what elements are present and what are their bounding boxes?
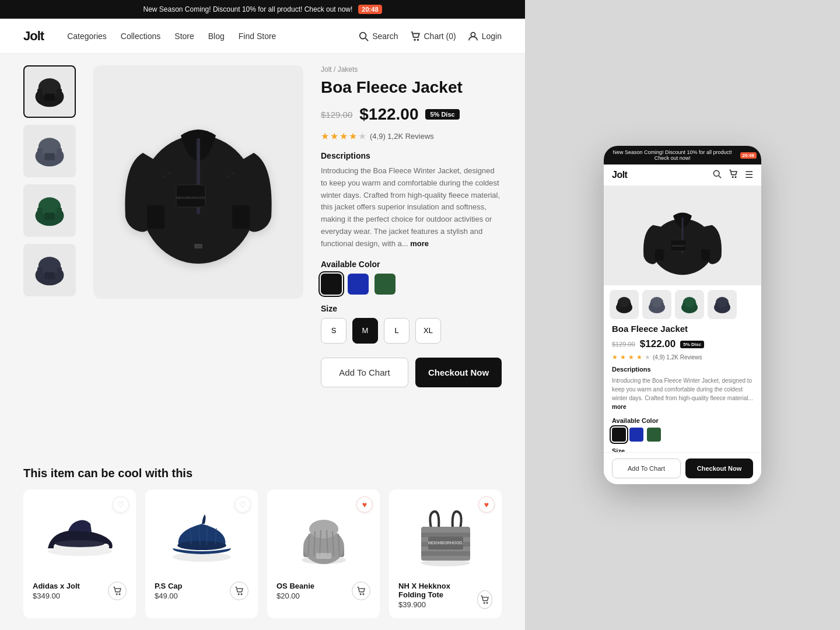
size-s[interactable]: S — [321, 318, 346, 344]
mobile-color-0[interactable] — [612, 428, 626, 442]
mobile-star-5: ★ — [645, 354, 650, 361]
mobile-more-link[interactable]: more — [612, 404, 626, 410]
svg-rect-83 — [617, 303, 620, 309]
description-text: Introducing the Boa Fleece Winter Jacket… — [321, 165, 502, 250]
login-button[interactable]: Login — [468, 31, 502, 41]
mobile-jacket-svg: NEIGHBORHOOD — [636, 191, 729, 281]
svg-point-2 — [414, 39, 415, 40]
size-m[interactable]: M — [352, 318, 378, 344]
checkout-button[interactable]: Checkout Now — [415, 358, 502, 387]
svg-point-32 — [163, 176, 164, 177]
heart-btn-0[interactable]: ♡ — [113, 496, 129, 513]
cart-icon-1 — [235, 586, 244, 596]
nav-find-store[interactable]: Find Store — [239, 32, 276, 41]
related-grid: ♡ Adidas x Jolt $349.00 — [23, 489, 502, 618]
svg-line-72 — [719, 176, 721, 178]
search-button[interactable]: Search — [358, 31, 398, 41]
cart-icon-3 — [480, 595, 489, 604]
tote-svg: NEIGHBORHOOD. — [411, 505, 481, 569]
mobile-thumb-4[interactable] — [708, 290, 737, 319]
cart-btn-2[interactable] — [352, 582, 370, 600]
heart-btn-1[interactable]: ♡ — [235, 496, 251, 513]
add-to-cart-button[interactable]: Add To Chart — [321, 358, 408, 387]
color-swatch-0[interactable] — [321, 274, 342, 295]
mobile-size-label: Size — [612, 447, 753, 452]
thumb-1[interactable] — [23, 65, 76, 118]
mobile-add-to-cart-button[interactable]: Add To Chart — [612, 459, 681, 478]
search-label: Search — [372, 32, 398, 41]
mobile-checkout-button[interactable]: Checkout Now — [685, 459, 753, 478]
svg-text:NEIGHBORHOOD: NEIGHBORHOOD — [672, 245, 685, 247]
mobile-menu-icon[interactable]: ☰ — [745, 169, 753, 181]
mobile-color-1[interactable] — [629, 428, 643, 442]
review-text: (4,9) 1,2K Reviews — [370, 132, 434, 141]
svg-point-34 — [227, 176, 229, 177]
mobile-logo: Jolt — [612, 170, 712, 180]
color-label: Available Color — [321, 260, 502, 269]
size-xl[interactable]: XL — [415, 318, 441, 344]
star-3: ★ — [340, 131, 348, 142]
color-swatch-1[interactable] — [348, 274, 369, 295]
cart-btn-3[interactable] — [477, 590, 492, 609]
mobile-color-options — [612, 428, 753, 442]
original-price: $129.00 — [321, 110, 352, 120]
cart-btn-1[interactable] — [230, 582, 249, 600]
thumb-3[interactable] — [23, 184, 76, 237]
related-price-1: $49.00 — [155, 592, 182, 600]
related-item-0: ♡ Adidas x Jolt $349.00 — [23, 489, 136, 618]
nav-categories[interactable]: Categories — [67, 32, 107, 41]
cart-icon-2 — [356, 586, 366, 596]
mobile-description-label: Descriptions — [612, 366, 753, 373]
mobile-body: NEIGHBORHOOD — [604, 186, 761, 452]
svg-rect-22 — [44, 272, 55, 279]
svg-point-42 — [177, 541, 226, 550]
login-label: Login — [482, 32, 502, 41]
svg-rect-92 — [694, 303, 696, 309]
heart-btn-2[interactable]: ♥ — [356, 496, 373, 513]
svg-rect-24 — [57, 267, 62, 278]
related-info-3: NH X Hekknox Folding Tote $39.900 — [398, 582, 492, 609]
mobile-color-2[interactable] — [647, 428, 661, 442]
mobile-original-price: $129.00 — [612, 341, 635, 348]
nav-store[interactable]: Store — [174, 32, 194, 41]
mobile-search-icon[interactable] — [712, 169, 722, 181]
svg-rect-64 — [421, 533, 470, 537]
more-link[interactable]: more — [410, 239, 429, 248]
product-details: Jolt / Jakets Boa Fleece Jacket $129.00 … — [321, 65, 502, 455]
svg-point-69 — [484, 603, 485, 604]
mobile-thumb-3[interactable] — [675, 290, 704, 319]
thumbnail-list — [23, 65, 76, 455]
thumb-4[interactable] — [23, 244, 76, 296]
beanie-svg — [292, 505, 356, 569]
nav-collections[interactable]: Collections — [121, 32, 160, 41]
mobile-cart-icon[interactable] — [729, 169, 738, 181]
star-5: ★ — [358, 131, 366, 142]
mobile-thumb-1[interactable] — [610, 290, 639, 319]
related-item-1: ♡ — [145, 489, 258, 618]
related-info-0: Adidas x Jolt $349.00 — [33, 582, 127, 600]
mobile-thumb-2[interactable] — [642, 290, 671, 319]
thumb-2[interactable] — [23, 125, 76, 177]
mobile-star-1: ★ — [612, 354, 618, 361]
related-name-2: OS Beanie — [276, 582, 314, 590]
mobile-star-3: ★ — [628, 354, 634, 361]
heart-btn-3[interactable]: ♥ — [478, 496, 495, 513]
svg-point-3 — [417, 39, 418, 40]
related-price-0: $349.00 — [33, 592, 80, 600]
svg-point-33 — [169, 173, 170, 174]
thumb-3-img — [29, 190, 70, 231]
thumb-4-img — [29, 250, 70, 290]
svg-rect-14 — [57, 148, 62, 159]
nav-blog[interactable]: Blog — [208, 32, 225, 41]
svg-rect-18 — [37, 208, 43, 219]
cart-button[interactable]: Chart (0) — [410, 31, 456, 41]
cart-btn-0[interactable] — [108, 582, 127, 600]
svg-line-1 — [366, 38, 369, 41]
color-swatch-2[interactable] — [374, 274, 396, 295]
mobile-nav: Jolt ☰ — [604, 164, 761, 186]
sale-price: $122.00 — [359, 105, 418, 124]
size-l[interactable]: L — [384, 318, 410, 344]
discount-badge: 5% Disc — [425, 109, 459, 120]
mobile-promo-timer: 20:48 — [740, 152, 757, 159]
svg-point-47 — [238, 594, 239, 595]
